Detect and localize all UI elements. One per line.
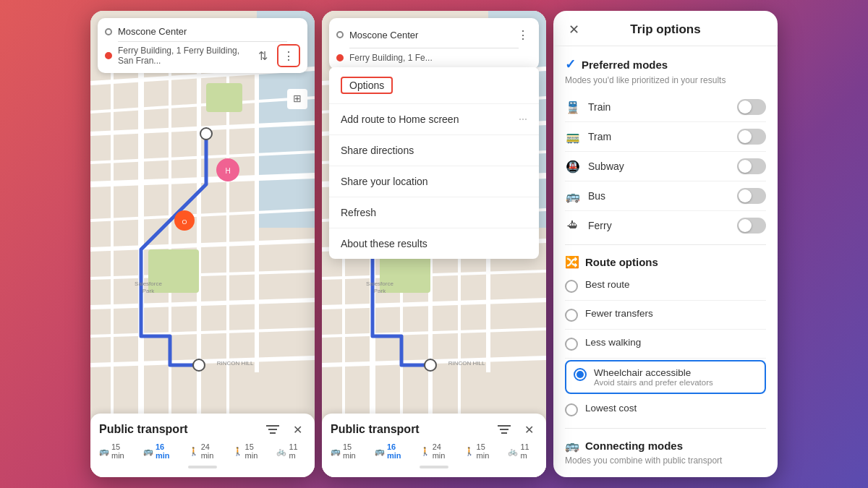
bus2-icon-2: 🚌 bbox=[375, 447, 385, 456]
swap-button[interactable]: ⇅ bbox=[254, 47, 271, 64]
time2-val-1: 15 min bbox=[343, 442, 366, 460]
close-trip-options-button[interactable]: ✕ bbox=[565, 21, 582, 38]
svg-text:⊞: ⊞ bbox=[293, 93, 302, 104]
route-best[interactable]: Best route bbox=[565, 272, 766, 301]
trip-options-header: ✕ Trip options bbox=[553, 11, 778, 46]
svg-text:RINCON HILL: RINCON HILL bbox=[448, 360, 485, 367]
train-toggle[interactable] bbox=[737, 99, 766, 115]
ferry-icon: ⛴ bbox=[565, 219, 581, 232]
tram-toggle[interactable] bbox=[737, 129, 766, 145]
subway-icon: 🚇 bbox=[565, 160, 581, 174]
route-less-walking[interactable]: Less walking bbox=[565, 330, 766, 359]
options-label: Options bbox=[341, 77, 393, 94]
radio-best-text: Best route bbox=[585, 279, 630, 290]
transport-times-1: 🚌 15 min 🚌 16 min 🚶 24 min 🚶 15 min 🚲 11… bbox=[99, 442, 306, 460]
bottom-transport-bar-2: Public transport ✕ 🚌 15 min 🚌 16 min 🚶 2… bbox=[322, 414, 546, 477]
bottom-icons-1: ✕ bbox=[264, 421, 306, 438]
search-divider-2 bbox=[349, 48, 519, 48]
radio-fewer-text: Fewer transfers bbox=[585, 308, 653, 319]
time-val-3: 24 min bbox=[201, 442, 224, 460]
share-location-label: Share your location bbox=[341, 176, 428, 187]
about-label: About these results bbox=[341, 238, 427, 249]
time2-bike-1: 🚲 11 m bbox=[508, 442, 537, 460]
svg-text:H: H bbox=[225, 167, 230, 175]
ferry-toggle[interactable] bbox=[737, 218, 766, 234]
bus-toggle[interactable] bbox=[737, 188, 766, 204]
time-val-2: 16 min bbox=[156, 442, 180, 460]
walk2-icon-1: 🚶 bbox=[420, 447, 430, 456]
refresh-menu-item[interactable]: Refresh bbox=[329, 197, 539, 228]
bottom-title-row-1: Public transport ✕ bbox=[99, 421, 306, 438]
less-walking-label: Less walking bbox=[585, 337, 641, 348]
three-dots-icon: ⋮ bbox=[283, 49, 294, 63]
mode-row-ferry: ⛴ Ferry bbox=[565, 211, 766, 240]
trip-options-content: ✓ Preferred modes Modes you'd like prior… bbox=[553, 46, 778, 477]
three-dots-button-2[interactable]: ⋮ bbox=[514, 26, 532, 43]
time-bus-2: 🚌 16 min bbox=[143, 442, 180, 460]
svg-text:O: O bbox=[182, 218, 187, 226]
mode-left-tram: 🚃 Tram bbox=[565, 130, 611, 144]
phone-panel-1: H O Salesforce Park RINCON HILL ⊞ Moscon… bbox=[90, 11, 315, 477]
svg-text:Park: Park bbox=[142, 288, 155, 294]
transport-title-1: Public transport bbox=[99, 423, 188, 436]
options-menu-item[interactable]: Options bbox=[329, 67, 539, 104]
bus-icon-2: 🚌 bbox=[143, 447, 153, 456]
subway-toggle[interactable] bbox=[737, 158, 766, 174]
share-directions-menu-item[interactable]: Share directions bbox=[329, 135, 539, 166]
wheelchair-sublabel: Avoid stairs and prefer elevators bbox=[594, 378, 713, 387]
share-location-menu-item[interactable]: Share your location bbox=[329, 166, 539, 197]
close-icon-1[interactable]: ✕ bbox=[289, 421, 306, 438]
filter-icon-2[interactable] bbox=[495, 421, 513, 438]
route-fewer[interactable]: Fewer transfers bbox=[565, 301, 766, 330]
time-bus-1: 🚌 15 min bbox=[99, 442, 135, 460]
svg-text:RINCON HILL: RINCON HILL bbox=[217, 360, 254, 367]
add-home-label: Add route to Home screen bbox=[341, 114, 459, 125]
filter-icon-1[interactable] bbox=[264, 421, 281, 438]
best-route-label: Best route bbox=[585, 279, 630, 290]
trip-options-title: Trip options bbox=[630, 22, 700, 37]
radio-wheelchair bbox=[574, 368, 587, 381]
time2-val-2: 16 min bbox=[387, 442, 412, 460]
time2-val-3: 24 min bbox=[433, 442, 456, 460]
section-divider-1 bbox=[565, 244, 766, 245]
about-menu-item[interactable]: About these results bbox=[329, 228, 539, 259]
time-walk-2: 🚶 15 min bbox=[233, 442, 268, 460]
preferred-modes-label: Preferred modes bbox=[582, 59, 668, 71]
origin-text-2: Moscone Center bbox=[349, 30, 509, 40]
time-bike-1: 🚲 11 m bbox=[276, 442, 306, 460]
radio-less-walking-text: Less walking bbox=[585, 337, 641, 348]
add-home-menu-item[interactable]: Add route to Home screen ⋯ bbox=[329, 104, 539, 135]
mode-left-subway: 🚇 Subway bbox=[565, 160, 624, 174]
bottom-title-row-2: Public transport ✕ bbox=[331, 421, 537, 438]
origin-text: Moscone Center bbox=[118, 26, 300, 37]
radio-fewer bbox=[565, 309, 578, 322]
subway-label: Subway bbox=[588, 160, 624, 172]
walk-icon-1: 🚶 bbox=[189, 447, 199, 456]
time2-walk-1: 🚶 24 min bbox=[420, 442, 456, 460]
origin-row-2: Moscone Center ⋮ bbox=[336, 24, 532, 46]
phone-panel-2: H O Salesforce Park RINCON HILL Moscone … bbox=[322, 11, 546, 477]
time2-val-4: 15 min bbox=[477, 442, 500, 460]
connecting-modes-title: 🚌 Connecting modes bbox=[565, 439, 766, 453]
three-dots-button[interactable]: ⋮ bbox=[277, 44, 300, 67]
tram-icon: 🚃 bbox=[565, 130, 581, 144]
mode-row-train: 🚆 Train bbox=[565, 93, 766, 122]
bus-icon: 🚌 bbox=[99, 447, 109, 456]
time2-bus-2: 🚌 16 min bbox=[375, 442, 412, 460]
route-lowest[interactable]: Lowest cost bbox=[565, 395, 766, 424]
dest-text-2: Ferry Building, 1 Fe... bbox=[349, 53, 532, 63]
route-options-title: 🔀 Route options bbox=[565, 255, 766, 269]
time-val-4: 15 min bbox=[245, 442, 268, 460]
close-icon-2[interactable]: ✕ bbox=[520, 421, 537, 438]
time2-val-5: 11 m bbox=[520, 442, 537, 460]
mode-row-tram: 🚃 Tram bbox=[565, 122, 766, 152]
bike-icon-1: 🚲 bbox=[276, 447, 286, 456]
time2-bus-1: 🚌 15 min bbox=[331, 442, 366, 460]
time-walk-1: 🚶 24 min bbox=[189, 442, 224, 460]
route-wheelchair[interactable]: Wheelchair accessible Avoid stairs and p… bbox=[565, 360, 766, 394]
train-icon: 🚆 bbox=[565, 100, 581, 114]
bus2-icon-1: 🚌 bbox=[331, 447, 341, 456]
fewer-transfers-label: Fewer transfers bbox=[585, 308, 653, 319]
checkmark-icon: ✓ bbox=[565, 56, 576, 72]
route-options-label: Route options bbox=[585, 256, 658, 268]
